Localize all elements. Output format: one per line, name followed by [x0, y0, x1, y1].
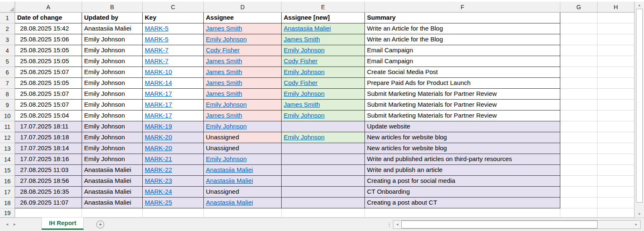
cell-date[interactable]: 27.08.2025 18:56: [15, 176, 82, 187]
assignee-new-link[interactable]: Emily Johnson: [284, 68, 325, 75]
cell-updated-by[interactable]: Anastasiia Maliei: [82, 176, 143, 187]
cell-summary[interactable]: Email Campaign: [365, 45, 560, 56]
cell-summary[interactable]: New articles for website blog: [365, 143, 560, 154]
cell-key[interactable]: MARK-7: [143, 45, 204, 56]
cell-assignee[interactable]: James Smith: [204, 110, 282, 121]
cell-key[interactable]: MARK-17: [143, 89, 204, 100]
cell-assignee[interactable]: Unassigned: [204, 187, 282, 198]
cell-summary[interactable]: Submit Marketing Materials for Partner R…: [365, 89, 560, 100]
row-header-15[interactable]: 15: [0, 165, 15, 176]
row-header-9[interactable]: 9: [0, 100, 15, 110]
cell-empty[interactable]: [282, 208, 365, 218]
cell-date[interactable]: 17.07.2025 18:11: [15, 121, 82, 132]
key-link[interactable]: MARK-20: [145, 144, 172, 151]
row-header-13[interactable]: 13: [0, 143, 15, 154]
cell-assignee[interactable]: Emily Johnson: [204, 100, 282, 110]
key-link[interactable]: MARK-7: [145, 46, 169, 54]
cell-assignee[interactable]: Unassigned: [204, 143, 282, 154]
cell-date[interactable]: 25.08.2025 15:07: [15, 100, 82, 110]
cell-updated-by[interactable]: Emily Johnson: [82, 45, 143, 56]
cell-updated-by[interactable]: Emily Johnson: [82, 100, 143, 110]
cell-empty[interactable]: [598, 100, 634, 110]
cell-key[interactable]: MARK-5: [143, 23, 204, 34]
cell-updated-by[interactable]: Emily Johnson: [82, 121, 143, 132]
cell-updated-by[interactable]: Emily Johnson: [82, 143, 143, 154]
cell-updated-by[interactable]: Anastasiia Maliei: [82, 187, 143, 198]
scroll-down-icon[interactable]: ▼: [635, 210, 644, 218]
header-cell-date[interactable]: Date of change: [15, 13, 82, 23]
cell-date[interactable]: 25.08.2025 15:05: [15, 45, 82, 56]
row-header-4[interactable]: 4: [0, 45, 15, 56]
cell-summary[interactable]: Write and published articles on third-pa…: [365, 154, 560, 165]
row-header-8[interactable]: 8: [0, 89, 15, 100]
cell-empty[interactable]: [598, 67, 634, 78]
row-header-7[interactable]: 7: [0, 78, 15, 89]
header-cell-summary[interactable]: Summary: [365, 13, 560, 23]
cell-empty[interactable]: [598, 176, 634, 187]
key-link[interactable]: MARK-23: [145, 177, 172, 184]
vertical-scroll-thumb[interactable]: [636, 9, 643, 203]
cell-updated-by[interactable]: Emily Johnson: [82, 154, 143, 165]
cell-updated-by[interactable]: Emily Johnson: [82, 89, 143, 100]
header-cell-assignee-new[interactable]: Assignee [new]: [282, 13, 365, 23]
cell-empty[interactable]: [560, 78, 598, 89]
cell-empty[interactable]: [15, 208, 82, 218]
cell-empty[interactable]: [560, 143, 598, 154]
cell-date[interactable]: 25.08.2025 15:04: [15, 110, 82, 121]
cell-empty[interactable]: [598, 23, 634, 34]
key-link[interactable]: MARK-7: [145, 57, 169, 64]
column-header-e[interactable]: E: [282, 2, 365, 13]
assignee-link[interactable]: Anastasiia Maliei: [206, 166, 253, 173]
horizontal-scrollbar[interactable]: ◄ ►: [393, 220, 641, 229]
cell-assignee-new[interactable]: Cody Fisher: [282, 78, 365, 89]
cell-assignee-new[interactable]: [282, 187, 365, 198]
cell-empty[interactable]: [598, 110, 634, 121]
cell-assignee-new[interactable]: James Smith: [282, 100, 365, 110]
cell-empty[interactable]: [598, 165, 634, 176]
cell-key[interactable]: MARK-21: [143, 154, 204, 165]
cell-empty[interactable]: [560, 110, 598, 121]
cell-empty[interactable]: [560, 56, 598, 67]
scroll-up-icon[interactable]: ▲: [635, 2, 644, 9]
cell-empty[interactable]: [204, 208, 282, 218]
cell-key[interactable]: MARK-17: [143, 110, 204, 121]
cell-empty[interactable]: [560, 208, 598, 218]
assignee-link[interactable]: Emily Johnson: [206, 155, 247, 162]
cell-empty[interactable]: [560, 13, 598, 23]
cell-assignee-new[interactable]: Anastasiia Maliei: [282, 23, 365, 34]
cell-summary[interactable]: Submit Marketing Materials for Partner R…: [365, 110, 560, 121]
cell-summary[interactable]: CT Onboarding: [365, 187, 560, 198]
column-header-g[interactable]: G: [560, 2, 598, 13]
key-link[interactable]: MARK-10: [145, 68, 172, 75]
cell-assignee[interactable]: Anastasiia Maliei: [204, 176, 282, 187]
row-header-18[interactable]: 18: [0, 198, 15, 208]
row-header-5[interactable]: 5: [0, 56, 15, 67]
cell-assignee[interactable]: James Smith: [204, 89, 282, 100]
cell-updated-by[interactable]: Emily Johnson: [82, 67, 143, 78]
cell-empty[interactable]: [598, 143, 634, 154]
cell-empty[interactable]: [598, 154, 634, 165]
cell-summary[interactable]: Create Social Media Post: [365, 67, 560, 78]
cell-empty[interactable]: [598, 13, 634, 23]
cell-date[interactable]: 17.07.2025 18:18: [15, 132, 82, 143]
cell-summary[interactable]: Write and publish an article: [365, 165, 560, 176]
cell-empty[interactable]: [598, 56, 634, 67]
assignee-link[interactable]: Emily Johnson: [206, 36, 247, 43]
cell-summary[interactable]: Submit Marketing Materials for Partner R…: [365, 100, 560, 110]
key-link[interactable]: MARK-5: [145, 25, 169, 32]
cell-assignee[interactable]: Emily Johnson: [204, 154, 282, 165]
row-header-3[interactable]: 3: [0, 34, 15, 45]
cell-date[interactable]: 25.08.2025 15:07: [15, 67, 82, 78]
cell-empty[interactable]: [560, 132, 598, 143]
assignee-new-link[interactable]: Emily Johnson: [284, 133, 325, 141]
row-header-2[interactable]: 2: [0, 23, 15, 34]
key-link[interactable]: MARK-5: [145, 36, 169, 43]
header-cell-updated-by[interactable]: Updated by: [82, 13, 143, 23]
tab-scroll-splitter[interactable]: ⋮: [386, 221, 392, 228]
cell-assignee-new[interactable]: [282, 198, 365, 208]
cell-key[interactable]: MARK-17: [143, 100, 204, 110]
cell-assignee-new[interactable]: [282, 143, 365, 154]
cell-empty[interactable]: [598, 78, 634, 89]
column-header-f[interactable]: F: [365, 2, 560, 13]
cell-date[interactable]: 25.08.2025 15:05: [15, 78, 82, 89]
